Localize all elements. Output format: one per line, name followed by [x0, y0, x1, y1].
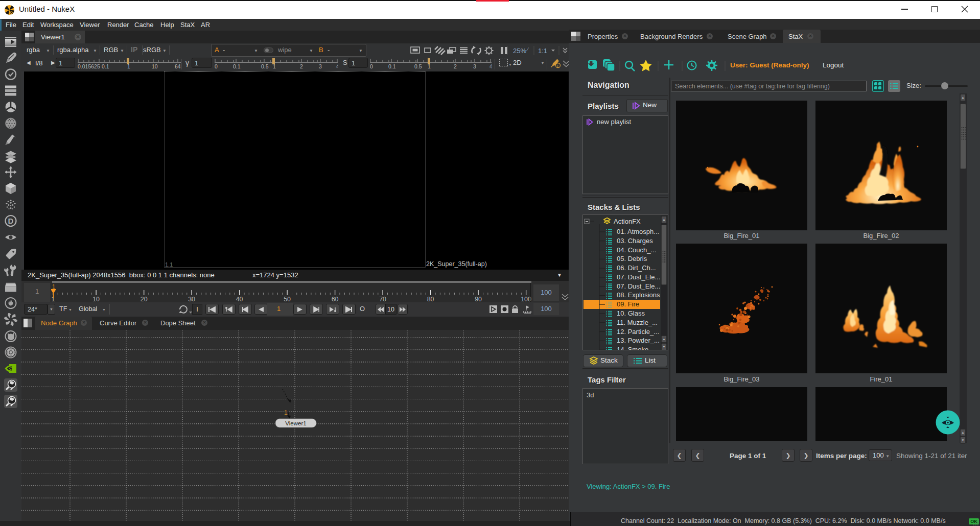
svg-text:100: 100	[521, 296, 531, 302]
svg-text:80: 80	[427, 296, 434, 302]
svg-text:0.1: 0.1	[102, 63, 109, 69]
svg-text:2: 2	[300, 63, 303, 69]
svg-text:4: 4	[489, 63, 492, 69]
svg-text:1: 1	[428, 63, 431, 69]
svg-text:64: 64	[175, 63, 181, 69]
svg-text:0: 0	[370, 63, 373, 69]
svg-text:D: D	[8, 217, 14, 225]
svg-text:3: 3	[473, 63, 476, 69]
svg-text:1:1: 1:1	[538, 47, 547, 55]
svg-text:10: 10	[92, 296, 100, 302]
svg-text:2: 2	[454, 63, 457, 69]
svg-text:60: 60	[332, 296, 339, 302]
svg-text:1: 1	[284, 409, 288, 416]
svg-text:1: 1	[273, 63, 276, 69]
svg-text:1: 1	[127, 63, 130, 69]
svg-text:0.1: 0.1	[388, 63, 396, 69]
svg-text:1: 1	[52, 283, 55, 290]
svg-text:90: 90	[475, 296, 482, 302]
svg-text:i: i	[557, 63, 558, 68]
svg-text:0.1: 0.1	[233, 63, 241, 69]
svg-text:0.015625: 0.015625	[78, 63, 100, 69]
svg-text:20: 20	[141, 296, 148, 302]
svg-text:0.5: 0.5	[414, 63, 422, 69]
svg-text:Viewer1: Viewer1	[285, 420, 306, 426]
svg-text:10: 10	[152, 63, 158, 69]
svg-text:25%: 25%	[513, 47, 526, 55]
svg-text:30: 30	[188, 296, 195, 302]
svg-text:0: 0	[215, 63, 218, 69]
svg-text:0.5: 0.5	[261, 63, 269, 69]
svg-text:3: 3	[319, 63, 322, 69]
svg-text:4: 4	[336, 63, 338, 69]
svg-text:40: 40	[236, 296, 243, 302]
svg-text:70: 70	[379, 296, 386, 302]
svg-text:50: 50	[284, 296, 291, 302]
